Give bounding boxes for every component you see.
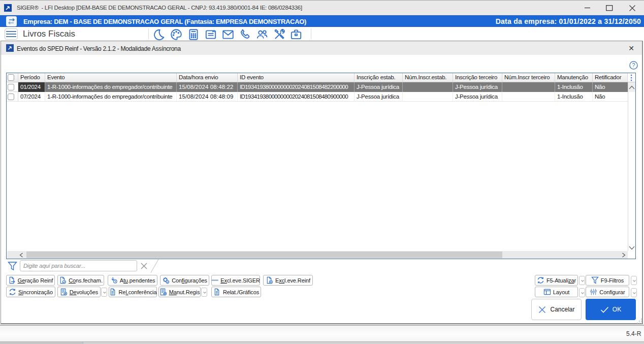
svg-text:?: ? [632,62,635,68]
